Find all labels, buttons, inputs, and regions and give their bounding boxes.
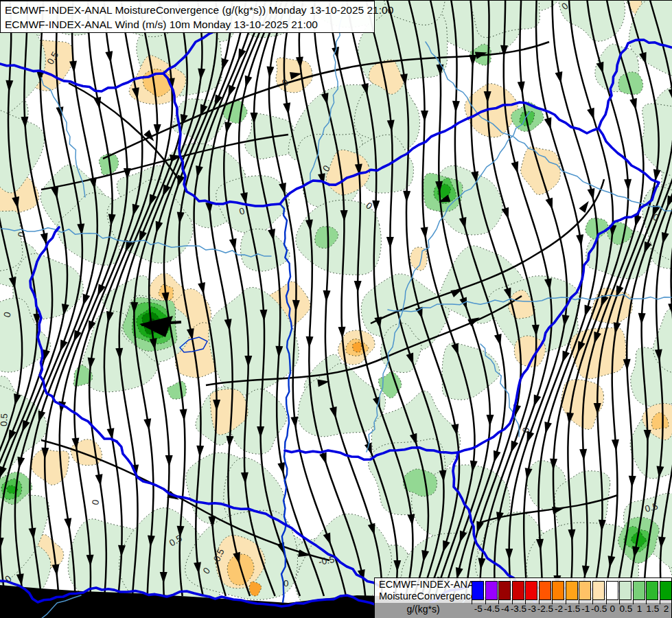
shading-blob — [410, 247, 427, 271]
shading-blob — [442, 343, 500, 400]
legend-tick-label: -3.5 — [511, 604, 526, 614]
legend-color-swatch — [646, 581, 658, 600]
wind-arrowhead — [403, 191, 410, 203]
legend-color-swatch — [498, 581, 511, 600]
legend-tick-label: -2.5 — [537, 604, 553, 614]
wind-arrowhead — [452, 101, 460, 113]
legend-tick — [660, 600, 660, 604]
legend-color-swatch — [660, 581, 672, 600]
legend-color-swatch — [579, 581, 591, 600]
contour-label: 0 — [16, 231, 27, 238]
legend-color-swatch — [539, 581, 551, 600]
legend-tick — [633, 600, 634, 604]
legend-tick-label: 1 — [637, 604, 642, 614]
legend-tick-label: 2 — [664, 604, 669, 614]
shading-blob — [241, 229, 290, 272]
wind-arrowhead — [628, 476, 636, 488]
wind-arrowhead — [544, 117, 555, 130]
title-line-wind: ECMWF-INDEX-ANAL Wind (m/s) 10m Monday 1… — [5, 17, 370, 32]
contour-label: 0 — [520, 426, 531, 433]
contour-label: 0 — [283, 578, 289, 588]
wind-arrowhead — [502, 207, 513, 221]
wind-arrowhead — [518, 81, 526, 93]
wind-arrowhead — [623, 359, 631, 371]
wind-arrowhead — [624, 179, 632, 191]
wind-arrowhead — [143, 130, 157, 144]
legend-color-swatch — [552, 581, 564, 600]
legend-color-swatch — [606, 581, 618, 600]
wind-arrowhead — [305, 336, 314, 348]
legend-color-swatch — [485, 581, 498, 600]
wind-arrowhead — [323, 290, 331, 303]
map-canvas: 0.500000.500000.5-0.5-0.50000.500 — [0, 1, 672, 618]
wind-arrowhead — [421, 111, 428, 122]
contour-label: 0 — [90, 499, 101, 506]
legend-tick-label: -2 — [555, 604, 563, 614]
wind-arrowhead — [579, 449, 588, 461]
legend-tick-label: -0.5 — [591, 604, 607, 614]
legend-color-swatch — [633, 581, 645, 600]
wind-arrowhead — [546, 198, 557, 211]
legend-color-swatch — [512, 581, 524, 600]
wind-arrowhead — [229, 238, 239, 251]
legend-color-swatch — [592, 581, 605, 600]
legend: ECMWF-INDEX-ANAL MoistureConvergence g/(… — [374, 577, 672, 617]
wind-arrowhead — [196, 446, 204, 458]
wind-arrowhead — [165, 455, 173, 467]
weather-map-viewport: 0.500000.500000.5-0.5-0.50000.500 ECMWF-… — [0, 0, 672, 618]
wind-arrowhead — [587, 108, 597, 121]
wind-arrowhead — [579, 199, 592, 213]
shading-blob — [245, 114, 293, 159]
legend-color-swatch — [472, 581, 484, 600]
title-line-moisture: ECMWF-INDEX-ANAL MoistureConvergence (g/… — [5, 3, 370, 17]
wind-arrowhead — [242, 76, 252, 89]
legend-tick-label: -1.5 — [564, 604, 580, 614]
legend-tick-label: -1 — [581, 604, 590, 614]
legend-tick-label: -4.5 — [484, 604, 500, 614]
wind-arrowhead — [180, 409, 188, 422]
legend-tick — [472, 600, 472, 604]
wind-arrowhead — [354, 281, 362, 293]
legend-tick-label: -5 — [474, 604, 483, 614]
map-title-box: ECMWF-INDEX-ANAL MoistureConvergence (g/… — [0, 1, 375, 33]
wind-arrowhead — [490, 450, 500, 464]
wind-arrowhead — [542, 422, 552, 435]
wind-arrowhead — [386, 237, 394, 249]
shading-blob — [167, 381, 186, 399]
wind-arrowhead — [629, 98, 640, 111]
wind-arrowhead — [225, 436, 233, 448]
wind-arrowhead — [555, 71, 565, 84]
wind-arrowhead — [612, 439, 620, 452]
legend-tick-label: 1.5 — [647, 604, 660, 614]
wind-arrowhead — [494, 334, 505, 347]
wind-arrowhead — [638, 313, 646, 325]
legend-tick-label: 0.5 — [619, 604, 632, 614]
legend-color-swatch — [566, 581, 578, 600]
contour-label: 0.5 — [0, 413, 10, 426]
wind-arrowhead — [511, 161, 522, 174]
shading-blob — [0, 110, 45, 193]
legend-color-swatch — [619, 581, 632, 600]
legend-tick-label: 0 — [610, 604, 616, 614]
legend-color-swatch — [525, 581, 537, 600]
wind-arrowhead — [319, 453, 330, 466]
wind-arrowhead — [581, 305, 592, 318]
legend-colorbar: -5-4.5-4-3.5-3-2.5-2-1.5-1-0.500.511.52 — [375, 578, 671, 617]
shading-blob — [31, 449, 69, 485]
legend-tick-label: -4 — [501, 604, 509, 614]
legend-tick-label: -3 — [528, 604, 536, 614]
wind-arrowhead — [486, 415, 494, 426]
wind-arrowhead — [69, 61, 78, 73]
wind-arrowhead — [266, 67, 275, 79]
